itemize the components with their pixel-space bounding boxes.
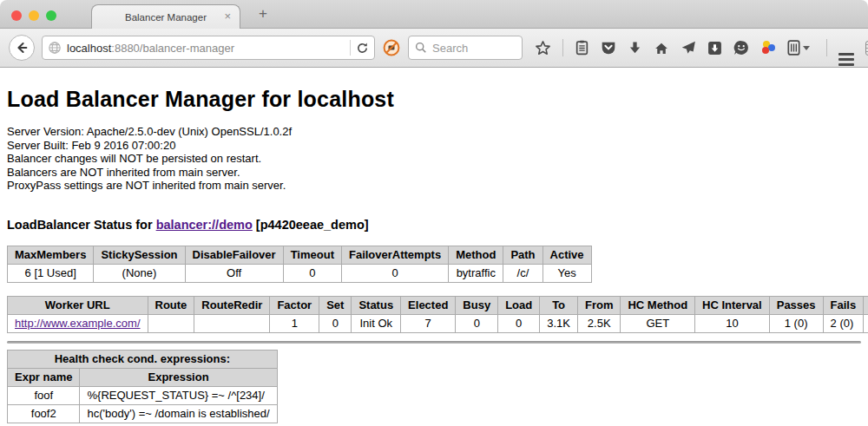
health-check-expressions-table: Health check cond. expressions: Expr nam… xyxy=(7,350,278,423)
col-maxmembers: MaxMembers xyxy=(8,246,94,264)
worker-status-table: Worker URL Route RouteRedir Factor Set S… xyxy=(7,296,868,333)
cell-maxmembers: 6 [1 Used] xyxy=(8,264,94,282)
col-hc-interval: HC Interval xyxy=(695,296,770,314)
col-factor: Factor xyxy=(270,296,319,314)
col-method: Method xyxy=(449,246,503,264)
cell-expression: %{REQUEST_STATUS} =~ /^[234]/ xyxy=(80,386,277,404)
table-row: foof2 hc('body') =~ /domain is establish… xyxy=(8,404,278,423)
search-icon xyxy=(415,42,427,54)
navigation-toolbar: localhost:8880/balancer-manager Search xyxy=(0,29,868,68)
feedback-button[interactable] xyxy=(733,40,749,56)
container-menu-button[interactable] xyxy=(787,40,810,56)
tab-balancer-manager[interactable]: Balancer Manager × xyxy=(91,4,240,29)
tab-close-icon[interactable]: × xyxy=(224,10,231,23)
table-row: 6 [1 Used] (None) Off 0 0 bytraffic /c/ … xyxy=(8,264,592,282)
url-bar[interactable]: localhost:8880/balancer-manager xyxy=(42,36,375,60)
page-content: Load Balancer Manager for localhost Serv… xyxy=(0,68,868,425)
table-row: http://www.example.com/ 1 0 Init Ok 7 0 … xyxy=(8,314,868,332)
container-icon xyxy=(787,40,800,56)
cell-fails: 2 (0) xyxy=(823,314,864,332)
search-input[interactable]: Search xyxy=(408,36,523,60)
url-path: :8880/balancer-manager xyxy=(111,42,234,55)
col-timeout: Timeout xyxy=(283,246,341,264)
plugin-blocked-icon xyxy=(383,39,400,56)
cell-stickysession: (None) xyxy=(94,264,185,282)
close-window-button[interactable] xyxy=(11,10,22,21)
cell-failoverattempts: 0 xyxy=(341,264,448,282)
cell-method: bytraffic xyxy=(449,264,503,282)
table-title-row: Health check cond. expressions: xyxy=(8,350,278,368)
blue-dot-icon xyxy=(768,44,775,51)
red-dot-icon xyxy=(762,47,769,54)
plugin-blocked-button[interactable] xyxy=(383,36,400,59)
cell-busy: 0 xyxy=(456,314,498,332)
cell-set: 0 xyxy=(319,314,352,332)
table-header-row: MaxMembers StickySession DisableFailover… xyxy=(8,246,592,264)
pocket-icon xyxy=(601,40,616,56)
table-row: foof %{REQUEST_STATUS} =~ /^[234]/ xyxy=(8,386,278,404)
reload-button[interactable] xyxy=(356,42,369,55)
cell-worker-url: http://www.example.com/ xyxy=(8,314,148,332)
col-hc-method: HC Method xyxy=(621,296,695,314)
worker-url-link[interactable]: http://www.example.com/ xyxy=(15,317,141,330)
status-heading-prefix: LoadBalancer Status for xyxy=(7,218,156,232)
col-from: From xyxy=(577,296,621,314)
site-identity-globe-icon[interactable] xyxy=(48,41,62,55)
col-to: To xyxy=(540,296,578,314)
back-button[interactable] xyxy=(9,35,35,61)
separator xyxy=(7,341,861,344)
toolbar-divider xyxy=(562,39,563,56)
cell-expr-name: foof xyxy=(8,386,80,404)
reading-list-button[interactable] xyxy=(575,40,589,56)
col-expression: Expression xyxy=(80,368,277,386)
balancer-demo-link[interactable]: balancer://demo xyxy=(156,218,253,232)
home-button[interactable] xyxy=(654,41,669,56)
persist-note-line: Balancer changes will NOT be persisted o… xyxy=(7,152,861,166)
cell-routeredir xyxy=(194,314,270,332)
col-busy: Busy xyxy=(456,296,498,314)
cell-load: 0 xyxy=(498,314,540,332)
zoom-window-button[interactable] xyxy=(46,10,56,21)
minimize-window-button[interactable] xyxy=(29,10,39,21)
cell-passes: 1 (0) xyxy=(769,314,823,332)
new-tab-button[interactable]: + xyxy=(253,3,273,24)
pocket-button[interactable] xyxy=(601,40,616,56)
cell-factor: 1 xyxy=(270,314,319,332)
table-header-row: Worker URL Route RouteRedir Factor Set S… xyxy=(8,296,868,314)
cell-timeout: 0 xyxy=(283,264,341,282)
col-disablefailover: DisableFailover xyxy=(185,246,283,264)
page-title: Load Balancer Manager for localhost xyxy=(7,68,861,112)
tab-title: Balancer Manager xyxy=(125,12,207,23)
urlbar-divider xyxy=(350,40,351,56)
cell-hc-method: GET xyxy=(621,314,695,332)
url-host: localhost xyxy=(67,42,111,55)
inherit-note-line: Balancers are NOT inherited from main se… xyxy=(7,166,861,180)
col-set: Set xyxy=(319,296,352,314)
col-active: Active xyxy=(542,246,591,264)
col-worker-url: Worker URL xyxy=(8,296,148,314)
cell-status: Init Ok xyxy=(352,314,401,332)
chevron-down-icon xyxy=(803,46,810,50)
menu-button[interactable] xyxy=(838,40,854,56)
url-text[interactable]: localhost:8880/balancer-manager xyxy=(67,42,345,55)
loadbalancer-status-heading: LoadBalancer Status for balancer://demo … xyxy=(7,218,861,232)
col-fails: Fails xyxy=(823,296,864,314)
colored-dots-extension-button[interactable] xyxy=(760,40,776,56)
video-download-button[interactable] xyxy=(707,41,722,56)
downloads-button[interactable] xyxy=(628,41,642,56)
cell-to: 3.1K xyxy=(540,314,578,332)
star-icon xyxy=(535,40,551,56)
toolbar-buttons xyxy=(535,39,868,56)
traffic-lights xyxy=(11,10,56,21)
col-passes: Passes xyxy=(769,296,823,314)
proxypass-note-line: ProxyPass settings are NOT inherited fro… xyxy=(7,179,861,193)
send-tab-button[interactable] xyxy=(681,40,696,56)
download-arrow-icon xyxy=(628,41,642,56)
bookmark-star-button[interactable] xyxy=(535,40,551,56)
col-routeredir: RouteRedir xyxy=(194,296,270,314)
server-built-line: Server Built: Feb 9 2016 07:00:20 xyxy=(7,139,861,153)
col-path: Path xyxy=(503,246,542,264)
cell-disablefailover: Off xyxy=(185,264,283,282)
cell-from: 2.5K xyxy=(577,314,621,332)
cell-expr-name: foof2 xyxy=(8,404,80,423)
